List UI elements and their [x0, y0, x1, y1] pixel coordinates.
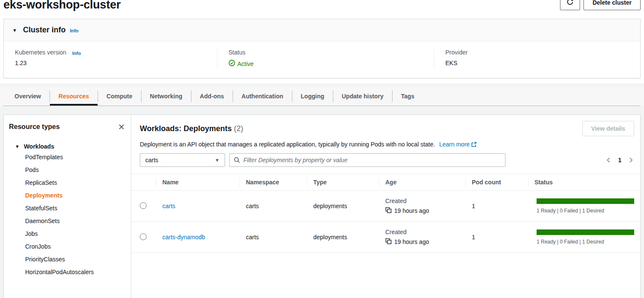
tab-authentication[interactable]: Authentication — [233, 87, 292, 106]
status-cell: 1 Ready | 0 Failed | 1 Desired — [528, 222, 640, 253]
status-cell: 1 Ready | 0 Failed | 1 Desired — [528, 191, 640, 222]
sidebar-item-jobs[interactable]: Jobs — [9, 227, 126, 240]
filter-type-select[interactable]: carts ▼ — [140, 153, 225, 167]
provider-field: Provider EKS — [434, 49, 640, 68]
deployment-name-link[interactable]: carts-dynamodb — [162, 234, 205, 241]
tab-networking[interactable]: Networking — [142, 87, 191, 106]
status-field: Status Active — [217, 49, 434, 68]
sidebar-item-pods[interactable]: Pods — [9, 163, 126, 176]
learn-more-text: Learn more — [439, 141, 470, 148]
column-header-type: Type — [307, 174, 379, 191]
chevron-down-icon[interactable]: ▼ — [12, 28, 17, 33]
table-row: cartscartsdeploymentsCreated19 hours ago… — [131, 191, 640, 222]
column-header-pod-count: Pod count — [465, 174, 528, 191]
sidebar-item-cronjobs[interactable]: CronJobs — [9, 240, 126, 253]
sidebar-item-statefulsets[interactable]: StatefulSets — [9, 202, 126, 215]
kubernetes-version-info-link[interactable]: Info — [72, 51, 81, 56]
type-cell: deployments — [307, 222, 379, 253]
deployment-name-link[interactable]: carts — [162, 203, 175, 209]
page-header: eks-workshop-cluster Delete cluster — [3, 0, 641, 15]
provider-value: EKS — [445, 60, 629, 66]
sidebar-item-horizontalpodautoscalers[interactable]: HorizontalPodAutoscalers — [9, 266, 126, 278]
external-link-icon — [471, 142, 477, 149]
refresh-icon — [566, 0, 574, 7]
pagination: 1 — [605, 157, 634, 163]
cluster-info-body: Kubernetes version Info 1.23 Status Acti… — [4, 41, 640, 78]
deployments-tbody: cartscartsdeploymentsCreated19 hours ago… — [131, 191, 640, 253]
pod-count-cell: 1 — [465, 222, 528, 253]
chevron-right-icon[interactable] — [627, 157, 634, 163]
refresh-button[interactable] — [560, 0, 580, 10]
tab-update-history[interactable]: Update history — [333, 87, 392, 106]
sidebar-item-daemonsets[interactable]: DaemonSets — [9, 215, 126, 227]
age-relative: 19 hours ago — [394, 238, 429, 245]
resource-list: PodTemplatesPodsReplicaSetsDeploymentsSt… — [9, 151, 126, 278]
sidebar-title: Resource types — [9, 123, 60, 131]
deployments-table: NameNamespaceTypeAgePod countStatus cart… — [131, 174, 640, 253]
deployments-header: Workloads: Deployments (2) View details — [140, 121, 634, 136]
copy-icon — [385, 207, 392, 215]
column-header-name: Name — [156, 174, 240, 191]
check-circle-icon — [228, 60, 237, 68]
age-created: Created — [385, 229, 465, 235]
sidebar-item-replicasets[interactable]: ReplicaSets — [9, 176, 126, 189]
provider-label: Provider — [445, 49, 629, 56]
chevron-down-icon: ▼ — [15, 144, 20, 149]
cluster-info-title: Cluster info — [23, 26, 66, 34]
description-text: Deployment is an API object that manages… — [140, 141, 435, 148]
tab-resources[interactable]: Resources — [50, 87, 98, 106]
table-header-row: NameNamespaceTypeAgePod countStatus — [131, 174, 640, 191]
pod-count-cell: 1 — [465, 191, 528, 222]
column-header-status: Status — [528, 174, 640, 191]
type-cell: deployments — [307, 191, 379, 222]
kubernetes-version-field: Kubernetes version Info 1.23 — [4, 49, 217, 68]
sidebar-item-podtemplates[interactable]: PodTemplates — [9, 151, 126, 163]
view-details-button[interactable]: View details — [582, 121, 634, 136]
resource-types-sidebar: Resource types ▼ Workloads PodTemplatesP… — [4, 115, 131, 298]
tabs-section: OverviewResourcesComputeNetworkingAdd-on… — [0, 87, 644, 106]
deployments-description: Deployment is an API object that manages… — [140, 140, 634, 148]
status-text: 1 Ready | 0 Failed | 1 Desired — [537, 208, 634, 214]
tab-add-ons[interactable]: Add-ons — [191, 87, 233, 106]
copy-icon — [385, 238, 392, 246]
chevron-down-icon: ▼ — [215, 158, 219, 163]
sidebar-item-deployments[interactable]: Deployments — [9, 189, 126, 202]
deployments-title: Workloads: Deployments (2) — [140, 121, 243, 133]
age-created: Created — [385, 198, 465, 204]
age-cell: Created19 hours ago — [379, 191, 465, 222]
status-value: Active — [228, 60, 423, 68]
deployments-title-text: Workloads: Deployments — [140, 124, 232, 133]
row-select-radio[interactable] — [140, 233, 147, 240]
page-number[interactable]: 1 — [618, 157, 621, 163]
row-select-radio[interactable] — [140, 202, 147, 209]
column-header-select — [131, 174, 156, 191]
table-row: carts-dynamodbcartsdeploymentsCreated19 … — [131, 222, 640, 253]
tab-overview[interactable]: Overview — [6, 87, 49, 106]
filter-search-input[interactable] — [229, 153, 505, 167]
search-box — [229, 153, 505, 167]
cluster-info-header[interactable]: ▼ Cluster info Info — [4, 19, 640, 41]
filter-row: carts ▼ 1 — [140, 153, 634, 167]
namespace-cell: carts — [240, 222, 307, 253]
cluster-info-info-link[interactable]: Info — [70, 28, 78, 33]
sidebar-header: Resource types — [9, 123, 126, 131]
cluster-info-card: ▼ Cluster info Info Kubernetes version I… — [3, 19, 641, 78]
kubernetes-version-value: 1.23 — [15, 60, 206, 66]
status-active-text: Active — [237, 60, 254, 67]
tab-tags[interactable]: Tags — [393, 87, 423, 106]
kubernetes-version-label: Kubernetes version — [15, 49, 66, 56]
status-label: Status — [228, 49, 423, 56]
learn-more-link[interactable]: Learn more — [439, 141, 477, 148]
delete-cluster-button[interactable]: Delete cluster — [583, 0, 641, 10]
page-title: eks-workshop-cluster — [3, 0, 641, 11]
tabs: OverviewResourcesComputeNetworkingAdd-on… — [3, 87, 641, 106]
namespace-cell: carts — [240, 191, 307, 222]
sidebar-group-workloads[interactable]: ▼ Workloads — [15, 143, 126, 150]
sidebar-item-priorityclasses[interactable]: PriorityClasses — [9, 253, 126, 266]
page-top: eks-workshop-cluster Delete cluster ▼ Cl… — [0, 0, 644, 83]
chevron-left-icon[interactable] — [605, 157, 612, 163]
deployments-panel: Workloads: Deployments (2) View details … — [131, 115, 640, 298]
close-icon[interactable] — [117, 123, 126, 131]
tab-logging[interactable]: Logging — [292, 87, 333, 106]
tab-compute[interactable]: Compute — [98, 87, 141, 106]
